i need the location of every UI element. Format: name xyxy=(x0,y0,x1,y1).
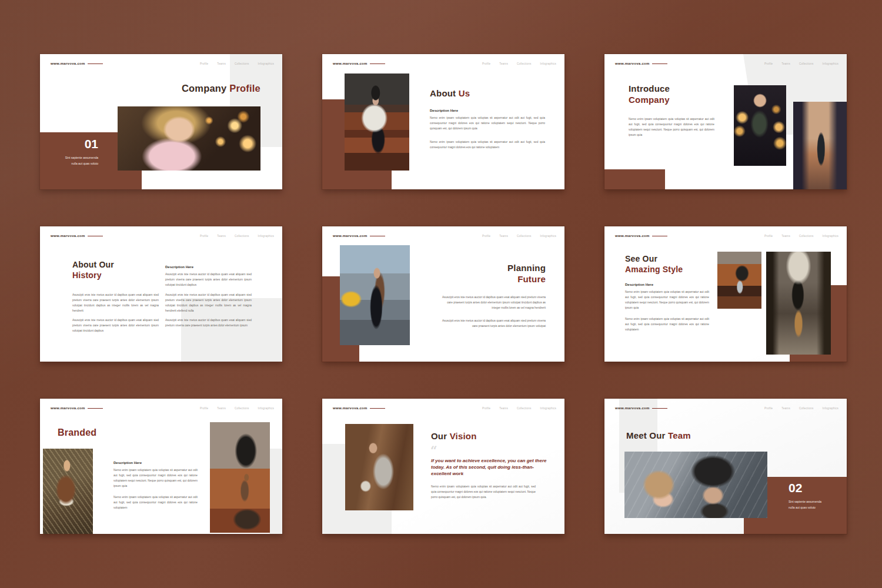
slide-introduce-company[interactable]: www.marvova.com Profile Teams Collection… xyxy=(604,54,847,189)
nav-item-profile[interactable]: Profile xyxy=(200,62,208,65)
logo-text: www.marvova.com xyxy=(333,62,368,65)
site-logo: www.marvova.com xyxy=(51,234,103,238)
slide-nav: Profile Teams Collections Infographics xyxy=(482,62,556,65)
photo-woman-brown-poncho xyxy=(43,449,93,534)
nav-item-teams[interactable]: Teams xyxy=(781,407,790,410)
section-number: 01 xyxy=(40,137,98,151)
logo-text: www.marvova.com xyxy=(333,406,368,410)
slide-title: IntroduceCompany xyxy=(629,83,670,106)
site-logo: www.marvova.com xyxy=(333,62,385,65)
logo-text: www.marvova.com xyxy=(51,62,85,65)
nav-item-teams[interactable]: Teams xyxy=(781,62,790,65)
slide-meet-our-team[interactable]: www.marvova.com Profile Teams Collection… xyxy=(604,399,847,534)
photo-woman-museum-bench xyxy=(210,422,270,533)
nav-item-profile[interactable]: Profile xyxy=(482,62,490,65)
nav-item-profile[interactable]: Profile xyxy=(200,407,208,410)
slide-planning-future[interactable]: www.marvova.com Profile Teams Collection… xyxy=(322,226,564,362)
photo-woman-checkered-top xyxy=(734,85,786,166)
slide-our-vision[interactable]: www.marvova.com Profile Teams Collection… xyxy=(322,399,564,534)
nav-item-teams[interactable]: Teams xyxy=(499,407,508,410)
description-label: Description Here xyxy=(113,461,142,465)
slide-company-profile[interactable]: www.marvova.com Profile Teams Collection… xyxy=(40,54,282,189)
section-caption: Sint sapiente assumenda nulla aut quas v… xyxy=(40,155,98,166)
body-paragraph: Asuscipit eros iste metus auctor id dapi… xyxy=(72,293,159,313)
body-paragraph: Nemo enim ipsam voluptatem quia voluptas… xyxy=(629,117,714,138)
nav-item-profile[interactable]: Profile xyxy=(482,407,490,410)
body-paragraph: Nemo enim ipsam voluptatem quia voluptas… xyxy=(430,116,545,132)
slide-amazing-style[interactable]: www.marvova.com Profile Teams Collection… xyxy=(604,226,847,362)
nav-item-teams[interactable]: Teams xyxy=(217,407,226,410)
nav-item-profile[interactable]: Profile xyxy=(482,235,490,238)
photo-woman-black-dress-taxi xyxy=(340,245,410,345)
body-paragraph: Asuscipit eros iste metus auctor id dapi… xyxy=(165,293,252,313)
photo-woman-making-coffee xyxy=(345,424,413,510)
logo-dash xyxy=(370,408,385,409)
photo-couple-with-hats xyxy=(624,452,767,518)
nav-item-infographics[interactable]: Infographics xyxy=(540,62,556,65)
nav-item-teams[interactable]: Teams xyxy=(217,235,226,238)
nav-item-infographics[interactable]: Infographics xyxy=(258,235,274,238)
nav-item-teams[interactable]: Teams xyxy=(781,235,790,238)
nav-item-profile[interactable]: Profile xyxy=(200,235,208,238)
slide-title: See OurAmazing Style xyxy=(625,254,683,275)
slide-nav: Profile Teams Collections Infographics xyxy=(482,235,556,238)
slide-nav: Profile Teams Collections Infographics xyxy=(200,235,274,238)
site-logo: www.marvova.com xyxy=(51,406,103,410)
section-number: 02 xyxy=(789,481,802,495)
body-paragraph: Asuscipit eros iste metus auctor id dapi… xyxy=(441,319,546,329)
section-caption: Sint sapiente assumenda nulla aut quas v… xyxy=(789,499,821,510)
slide-about-us[interactable]: www.marvova.com Profile Teams Collection… xyxy=(322,54,564,189)
body-paragraph: Nemo enim ipsam voluptatem quia voluptas… xyxy=(431,485,536,500)
nav-item-infographics[interactable]: Infographics xyxy=(258,62,274,65)
slide-title: Company Profile xyxy=(182,82,260,95)
logo-dash xyxy=(652,236,667,236)
body-paragraph: Nemo enim ipsam voluptatem quia voluptas… xyxy=(625,290,709,310)
nav-item-collections[interactable]: Collections xyxy=(799,407,814,410)
nav-item-collections[interactable]: Collections xyxy=(235,407,249,410)
description-label: Description Here xyxy=(430,109,458,112)
nav-item-teams[interactable]: Teams xyxy=(217,62,226,65)
nav-item-infographics[interactable]: Infographics xyxy=(823,407,838,410)
nav-item-profile[interactable]: Profile xyxy=(764,235,773,238)
body-paragraph: Asuscipit eros iste metus auctor id dapi… xyxy=(165,318,252,329)
logo-dash xyxy=(652,408,667,409)
logo-text: www.marvova.com xyxy=(615,234,650,238)
nav-item-collections[interactable]: Collections xyxy=(517,235,532,238)
quote-text: If you want to achieve excellence, you c… xyxy=(431,458,552,477)
nav-item-collections[interactable]: Collections xyxy=(799,62,814,65)
logo-dash xyxy=(370,64,385,64)
slide-title: Branded xyxy=(58,427,96,439)
nav-item-collections[interactable]: Collections xyxy=(799,235,814,238)
nav-item-profile[interactable]: Profile xyxy=(764,62,773,65)
body-paragraph: Asuscipit eros iste metus auctor id dapi… xyxy=(441,295,546,311)
site-logo: www.marvova.com xyxy=(615,62,667,65)
slide-title: PlanningFuture xyxy=(507,263,546,285)
nav-item-infographics[interactable]: Infographics xyxy=(540,407,556,410)
photo-woman-on-car xyxy=(717,252,761,309)
photo-woman-sitting-on-rooftop xyxy=(345,74,409,171)
logo-text: www.marvova.com xyxy=(51,406,85,410)
nav-item-collections[interactable]: Collections xyxy=(235,235,249,238)
slide-nav: Profile Teams Collections Infographics xyxy=(200,62,274,65)
logo-text: www.marvova.com xyxy=(615,62,650,65)
slide-branded[interactable]: www.marvova.com Profile Teams Collection… xyxy=(40,399,282,534)
quote-icon: “ xyxy=(430,445,437,456)
nav-item-profile[interactable]: Profile xyxy=(764,407,773,410)
nav-item-collections[interactable]: Collections xyxy=(517,407,532,410)
photo-man-city-street xyxy=(793,102,847,189)
nav-item-teams[interactable]: Teams xyxy=(499,235,508,238)
logo-dash xyxy=(88,236,103,236)
slide-nav: Profile Teams Collections Infographics xyxy=(764,62,838,65)
slide-title: About OurHistory xyxy=(72,260,114,280)
nav-item-collections[interactable]: Collections xyxy=(517,62,532,65)
nav-item-infographics[interactable]: Infographics xyxy=(258,407,274,410)
slide-title: Meet Our Team xyxy=(626,430,691,442)
nav-item-collections[interactable]: Collections xyxy=(235,62,249,65)
nav-item-infographics[interactable]: Infographics xyxy=(540,235,556,238)
slide-about-our-history[interactable]: www.marvova.com Profile Teams Collection… xyxy=(40,226,282,362)
nav-item-teams[interactable]: Teams xyxy=(499,62,508,65)
nav-item-infographics[interactable]: Infographics xyxy=(823,62,838,65)
nav-item-infographics[interactable]: Infographics xyxy=(823,235,838,238)
logo-dash xyxy=(88,64,103,64)
body-paragraph: Asuscipit eros iste metus auctor id dapi… xyxy=(72,318,159,334)
